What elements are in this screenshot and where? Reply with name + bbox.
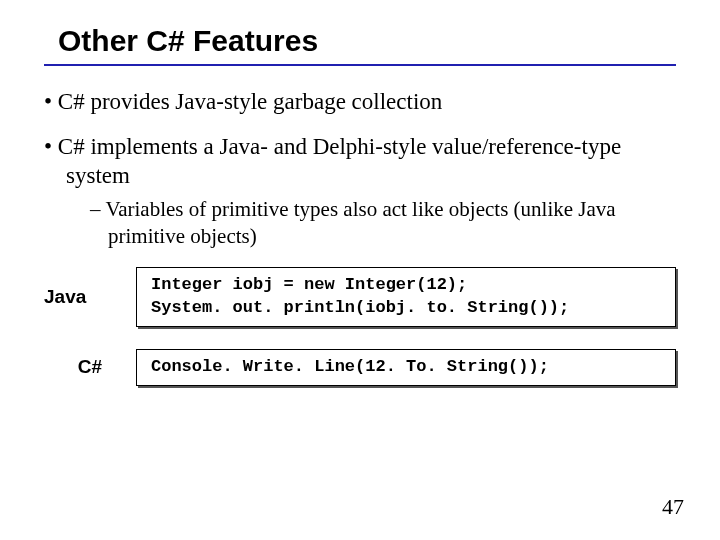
- page-number: 47: [662, 494, 684, 520]
- java-code-row: Java Integer iobj = new Integer(12); Sys…: [44, 267, 676, 327]
- sub-bullet-list: Variables of primitive types also act li…: [66, 196, 676, 249]
- slide-title: Other C# Features: [58, 24, 676, 58]
- csharp-code-row: C# Console. Write. Line(12. To. String()…: [44, 349, 676, 386]
- java-label: Java: [44, 286, 136, 308]
- bullet-item: C# implements a Java- and Delphi-style v…: [44, 133, 676, 249]
- java-code-box: Integer iobj = new Integer(12); System. …: [136, 267, 676, 327]
- sub-bullet-item: Variables of primitive types also act li…: [90, 196, 676, 249]
- bullet-text: C# implements a Java- and Delphi-style v…: [58, 134, 621, 188]
- csharp-code-box: Console. Write. Line(12. To. String());: [136, 349, 676, 386]
- bullet-list: C# provides Java-style garbage collectio…: [44, 88, 676, 249]
- bullet-item: C# provides Java-style garbage collectio…: [44, 88, 676, 117]
- csharp-label: C#: [44, 356, 136, 378]
- title-underline: [44, 64, 676, 66]
